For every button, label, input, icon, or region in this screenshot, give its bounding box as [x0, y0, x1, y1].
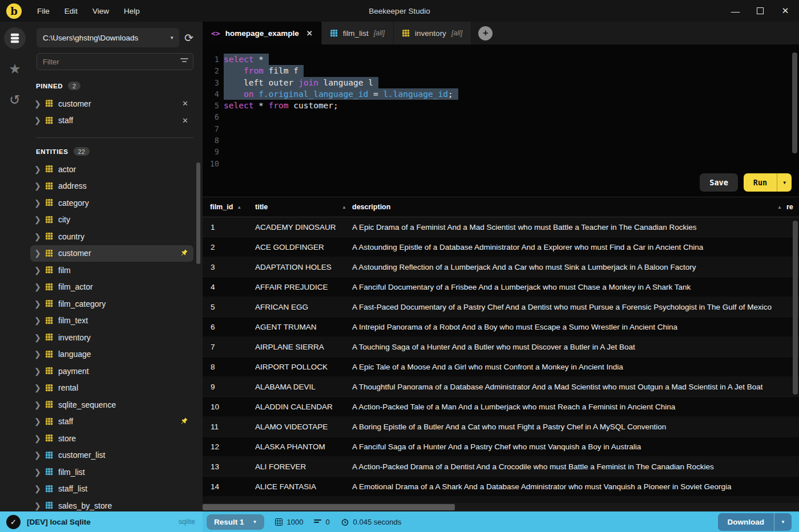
unpin-icon[interactable]: ✕ — [182, 99, 188, 108]
menu-item-help[interactable]: Help — [116, 4, 147, 18]
database-tables-icon[interactable] — [4, 27, 26, 49]
download-dropdown-icon[interactable]: ▼ — [774, 513, 792, 531]
entity-item-film_category[interactable]: ❯film_category — [30, 295, 193, 312]
chevron-right-icon[interactable]: ❯ — [34, 383, 41, 392]
entity-item-country[interactable]: ❯country — [30, 228, 193, 245]
table-row[interactable]: 3ADAPTATION HOLESA Astounding Reflection… — [203, 257, 799, 277]
entity-item-sqlite_sequence[interactable]: ❯sqlite_sequence — [30, 396, 193, 413]
chevron-right-icon[interactable]: ❯ — [34, 282, 41, 291]
chevron-right-icon[interactable]: ❯ — [34, 417, 41, 426]
minimize-icon[interactable]: — — [731, 6, 739, 16]
chevron-right-icon[interactable]: ❯ — [34, 116, 41, 125]
entity-item-film_actor[interactable]: ❯film_actor — [30, 279, 193, 296]
table-row[interactable]: 9ALABAMA DEVILA Thoughtful Panorama of a… — [203, 377, 799, 397]
chevron-right-icon[interactable]: ❯ — [34, 165, 41, 174]
chevron-right-icon[interactable]: ❯ — [34, 367, 41, 376]
tab-inventory[interactable]: inventory[all] — [394, 22, 471, 44]
favorites-icon[interactable]: ★ — [4, 58, 26, 80]
column-header-film-id[interactable]: film_id ▲ — [203, 203, 255, 211]
table-row[interactable]: 11ALAMO VIDEOTAPEA Boring Epistle of a B… — [203, 417, 799, 437]
download-label[interactable]: Download — [718, 513, 774, 531]
entity-item-sales_by_store[interactable]: ❯sales_by_store — [30, 497, 193, 511]
chevron-right-icon[interactable]: ❯ — [34, 400, 41, 409]
tab-film_list[interactable]: film_list[all] — [322, 22, 394, 44]
table-row[interactable]: 12ALASKA PHANTOMA Fanciful Saga of a Hun… — [203, 437, 799, 457]
table-row[interactable]: 6AGENT TRUMANA Intrepid Panorama of a Ro… — [203, 317, 799, 337]
chevron-right-icon[interactable]: ❯ — [34, 450, 41, 460]
result-selector[interactable]: Result 1 ▼ — [207, 514, 264, 530]
run-button-label[interactable]: Run — [744, 173, 777, 192]
menu-item-view[interactable]: View — [85, 4, 116, 18]
connection-select[interactable]: C:\Users\ghstng\Downloads ▼ — [37, 28, 179, 47]
entity-item-film_text[interactable]: ❯film_text — [30, 312, 193, 330]
entity-item-actor[interactable]: ❯actor — [30, 161, 193, 178]
sort-asc-icon[interactable]: ▲ — [342, 205, 346, 210]
close-tab-icon[interactable]: ✕ — [306, 29, 313, 38]
entity-item-category[interactable]: ❯category — [30, 194, 193, 212]
menu-item-edit[interactable]: Edit — [57, 4, 85, 18]
filter-icon[interactable] — [180, 58, 188, 64]
chevron-right-icon[interactable]: ❯ — [34, 198, 41, 208]
run-button[interactable]: Run ▼ — [744, 173, 792, 192]
entity-item-rental[interactable]: ❯rental — [30, 380, 193, 397]
chevron-right-icon[interactable]: ❯ — [34, 215, 41, 224]
entity-item-address[interactable]: ❯address — [30, 178, 193, 195]
refresh-icon[interactable]: ⟳ — [184, 33, 193, 43]
entity-item-store[interactable]: ❯store — [30, 430, 193, 447]
chevron-right-icon[interactable]: ❯ — [34, 181, 41, 190]
entity-item-payment[interactable]: ❯payment — [30, 363, 193, 380]
chevron-right-icon[interactable]: ❯ — [34, 333, 41, 342]
chevron-right-icon[interactable]: ❯ — [34, 501, 41, 510]
sort-asc-icon[interactable]: ▲ — [777, 205, 782, 210]
pinned-item-customer[interactable]: ❯customer✕ — [30, 95, 193, 112]
maximize-icon[interactable] — [757, 7, 764, 14]
entity-item-customer_list[interactable]: ❯customer_list — [30, 447, 193, 464]
table-row[interactable]: 1ACADEMY DINOSAURA Epic Drama of a Femin… — [203, 217, 799, 237]
table-row[interactable]: 7AIRPLANE SIERRAA Touching Saga of a Hun… — [203, 337, 799, 357]
pinned-item-staff[interactable]: ❯staff✕ — [30, 112, 193, 129]
entity-item-customer[interactable]: ❯customer — [30, 245, 193, 262]
chevron-right-icon[interactable]: ❯ — [34, 249, 41, 258]
history-icon[interactable]: ↺ — [4, 89, 26, 111]
sidebar-scrollbar[interactable] — [196, 163, 200, 264]
column-header-title[interactable]: title ▲ — [255, 203, 352, 211]
chevron-right-icon[interactable]: ❯ — [34, 484, 41, 493]
unpin-icon[interactable]: ✕ — [182, 116, 188, 125]
entity-item-city[interactable]: ❯city — [30, 212, 193, 229]
entity-item-inventory[interactable]: ❯inventory — [30, 329, 193, 346]
chevron-right-icon[interactable]: ❯ — [34, 232, 41, 241]
filter-input[interactable] — [37, 53, 193, 70]
chevron-right-icon[interactable]: ❯ — [34, 434, 41, 443]
entity-item-staff[interactable]: ❯staff — [30, 413, 193, 431]
sort-asc-icon[interactable]: ▲ — [237, 205, 241, 210]
entity-item-language[interactable]: ❯language — [30, 346, 193, 363]
close-icon[interactable]: ✕ — [781, 6, 789, 16]
editor-scrollbar[interactable] — [792, 52, 797, 153]
table-row[interactable]: 5AFRICAN EGGA Fast-Paced Documentary of … — [203, 297, 799, 317]
chevron-right-icon[interactable]: ❯ — [34, 299, 41, 308]
entity-item-staff_list[interactable]: ❯staff_list — [30, 481, 193, 498]
table-row[interactable]: 10ALADDIN CALENDARA Action-Packed Tale o… — [203, 397, 799, 417]
table-row[interactable]: 14ALICE FANTASIAA Emotional Drama of a A… — [203, 477, 799, 497]
table-row[interactable]: 4AFFAIR PREJUDICEA Fanciful Documentary … — [203, 277, 799, 297]
menu-item-file[interactable]: File — [30, 4, 57, 18]
pin-icon[interactable] — [180, 417, 188, 427]
new-tab-button[interactable]: + — [478, 26, 493, 40]
chevron-right-icon[interactable]: ❯ — [34, 266, 41, 275]
sql-editor[interactable]: 1select *2 from film f3 left outer join … — [203, 44, 799, 197]
table-row[interactable]: 8AIRPORT POLLOCKA Epic Tale of a Moose A… — [203, 357, 799, 377]
table-row[interactable]: 13ALI FOREVERA Action-Packed Drama of a … — [203, 457, 799, 477]
entity-item-film_list[interactable]: ❯film_list — [30, 464, 193, 481]
horizontal-scrollbar-track[interactable] — [203, 503, 799, 511]
run-dropdown-icon[interactable]: ▼ — [777, 173, 792, 192]
column-header-description[interactable]: description ▲ — [352, 203, 786, 211]
chevron-right-icon[interactable]: ❯ — [34, 350, 41, 359]
chevron-right-icon[interactable]: ❯ — [34, 99, 41, 108]
column-header-clipped[interactable]: re — [786, 203, 799, 211]
chevron-right-icon[interactable]: ❯ — [34, 468, 41, 477]
table-row[interactable]: 15ALIEN CENTERA Brilliant Drama of a Cat… — [203, 497, 799, 503]
results-scrollbar[interactable] — [793, 221, 798, 395]
download-button[interactable]: Download ▼ — [718, 513, 792, 531]
tab-homepage_example[interactable]: <>homepage_example✕ — [203, 22, 322, 44]
entity-item-film[interactable]: ❯film — [30, 262, 193, 279]
